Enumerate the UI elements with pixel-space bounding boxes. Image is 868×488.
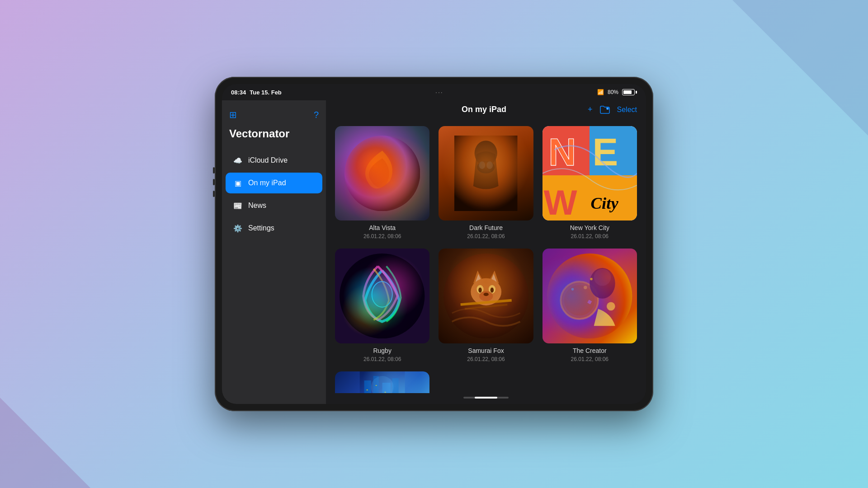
sidebar-item-settings[interactable]: ⚙️ Settings xyxy=(226,218,322,239)
svg-point-20 xyxy=(479,291,493,301)
status-right: 📶 80% xyxy=(597,89,637,95)
status-dots: ··· xyxy=(435,89,443,96)
svg-point-21 xyxy=(483,292,488,296)
side-buttons xyxy=(213,167,215,197)
file-card-dark-future[interactable]: Dark Future 26.01.22, 08:06 xyxy=(439,126,533,239)
svg-text:N: N xyxy=(548,131,576,174)
thumb-art-creator xyxy=(542,249,637,343)
svg-rect-35 xyxy=(382,383,391,393)
thumb-art-nyc: N E W xyxy=(542,126,637,221)
svg-point-17 xyxy=(489,285,495,294)
scroll-indicator-container xyxy=(326,393,646,404)
file-card-alta-vista[interactable]: Alta Vista 26.01.22, 08:06 xyxy=(335,126,429,239)
thumb-art-rugby xyxy=(335,249,429,343)
thumbnail-creator xyxy=(542,249,637,343)
file-card-creator[interactable]: The Creator 26.01.22, 08:06 xyxy=(542,249,637,362)
volume-up-button[interactable] xyxy=(213,167,215,174)
file-card-blue-city[interactable] xyxy=(335,371,429,393)
thumbnail-alta-vista xyxy=(335,126,429,221)
file-name-creator: The Creator xyxy=(573,347,607,354)
help-icon[interactable]: ? xyxy=(314,110,319,120)
file-card-rugby[interactable]: Rugby 26.01.22, 08:06 xyxy=(335,249,429,362)
battery-icon xyxy=(622,89,637,95)
file-card-nyc[interactable]: N E W xyxy=(542,126,637,239)
svg-point-26 xyxy=(594,269,611,286)
sidebar: ⊞ ? Vectornator ☁️ iCloud Drive ▣ On my … xyxy=(222,100,326,404)
ipad-icon: ▣ xyxy=(233,178,243,188)
file-date-nyc: 26.01.22, 08:06 xyxy=(571,233,609,239)
svg-point-37 xyxy=(371,376,394,393)
sidebar-item-on-ipad[interactable]: ▣ On my iPad xyxy=(226,173,322,193)
svg-text:W: W xyxy=(543,183,577,221)
volume-down-button[interactable] xyxy=(213,179,215,185)
svg-text:+: + xyxy=(607,107,608,110)
svg-point-7 xyxy=(486,161,493,169)
svg-point-22 xyxy=(547,253,632,338)
svg-point-14 xyxy=(443,253,528,338)
svg-rect-33 xyxy=(364,380,371,393)
file-name-dark-future: Dark Future xyxy=(469,224,503,231)
file-date-samurai-fox: 26.01.22, 08:06 xyxy=(467,356,505,362)
svg-text:City: City xyxy=(591,194,619,212)
sidebar-item-label-on-ipad: On my iPad xyxy=(248,179,286,187)
file-name-nyc: New York City xyxy=(570,224,609,231)
content-area: On my iPad + + Select xyxy=(326,100,646,404)
svg-point-24 xyxy=(564,285,595,316)
bg-decoration-top-right xyxy=(732,0,868,136)
svg-rect-3 xyxy=(454,136,518,211)
svg-point-29 xyxy=(590,277,593,280)
nyc-cell-blue: E xyxy=(590,126,637,175)
file-card-samurai-fox[interactable]: Samurai Fox 26.01.22, 08:06 xyxy=(439,249,533,362)
nyc-city-text: City xyxy=(590,175,637,221)
folder-button[interactable]: + xyxy=(600,106,610,114)
svg-point-30 xyxy=(571,288,574,291)
samurai-fox-svg xyxy=(443,253,528,338)
file-grid: Alta Vista 26.01.22, 08:06 xyxy=(326,119,646,393)
mute-button[interactable] xyxy=(213,191,215,197)
scroll-indicator xyxy=(463,397,509,399)
svg-point-27 xyxy=(607,302,615,310)
file-date-creator: 26.01.22, 08:06 xyxy=(571,356,609,362)
thumbnail-rugby xyxy=(335,249,429,343)
add-button[interactable]: + xyxy=(588,105,593,114)
svg-point-16 xyxy=(476,285,483,294)
select-button[interactable]: Select xyxy=(617,106,637,114)
svg-rect-32 xyxy=(360,371,405,393)
folder-icon: + xyxy=(600,106,610,114)
svg-point-5 xyxy=(477,161,495,174)
alt-art-svg xyxy=(344,136,420,211)
rugby-svg xyxy=(340,253,425,338)
ipad-screen: 08:34 Tue 15. Feb ··· 📶 80% ⊞ xyxy=(222,84,646,404)
sidebar-item-label-icloud: iCloud Drive xyxy=(248,156,288,164)
svg-point-4 xyxy=(475,141,497,166)
thumbnail-dark-future xyxy=(439,126,533,221)
sidebar-toggle-icon[interactable]: ⊞ xyxy=(229,109,237,120)
thumb-art-alta-vista xyxy=(335,126,429,221)
svg-rect-31 xyxy=(587,300,592,304)
svg-point-15 xyxy=(471,278,501,305)
sidebar-item-icloud[interactable]: ☁️ iCloud Drive xyxy=(226,150,322,171)
svg-point-19 xyxy=(490,287,494,292)
svg-point-13 xyxy=(372,282,392,307)
bg-decoration-bottom-left xyxy=(0,398,90,488)
status-bar: 08:34 Tue 15. Feb ··· 📶 80% xyxy=(222,84,646,100)
svg-rect-40 xyxy=(385,392,386,393)
icloud-icon: ☁️ xyxy=(233,155,243,165)
svg-point-2 xyxy=(344,136,420,211)
thumb-art-samurai-fox xyxy=(439,249,533,343)
nyc-cell-yellow: W xyxy=(542,175,590,221)
ipad-device: 08:34 Tue 15. Feb ··· 📶 80% ⊞ xyxy=(215,77,653,411)
news-icon: 📰 xyxy=(233,201,243,211)
svg-rect-39 xyxy=(376,385,377,386)
file-name-samurai-fox: Samurai Fox xyxy=(468,347,504,354)
svg-rect-34 xyxy=(373,376,379,393)
thumb-art-dark-future xyxy=(439,126,533,221)
svg-point-23 xyxy=(561,282,598,319)
battery-percent: 80% xyxy=(608,89,618,95)
nyc-cell-red: N xyxy=(542,126,590,175)
sidebar-item-news[interactable]: 📰 News xyxy=(226,195,322,216)
svg-point-25 xyxy=(590,268,615,299)
battery-fill xyxy=(623,90,632,94)
battery-body xyxy=(622,89,635,95)
file-date-dark-future: 26.01.22, 08:06 xyxy=(467,233,505,239)
